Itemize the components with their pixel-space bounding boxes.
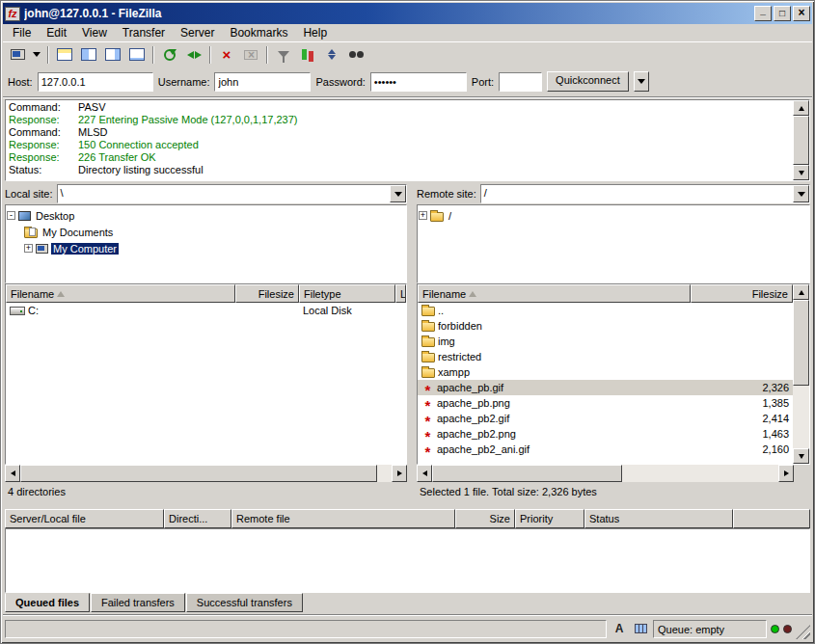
remote-vertical-scrollbar[interactable] xyxy=(793,284,809,464)
toggle-queue-button[interactable] xyxy=(125,44,149,66)
column-header-server-local-file[interactable]: Server/Local file xyxy=(5,509,164,528)
scrollbar-thumb[interactable] xyxy=(793,300,809,386)
column-header-filetype[interactable]: Filetype xyxy=(299,284,395,303)
log-scrollbar[interactable] xyxy=(793,100,809,180)
scrollbar-thumb[interactable] xyxy=(20,465,377,482)
remote-horizontal-scrollbar[interactable] xyxy=(417,465,810,482)
column-header-direction[interactable]: Directi... xyxy=(164,509,231,528)
tab-failed-transfers[interactable]: Failed transfers xyxy=(91,593,185,612)
tree-item-desktop[interactable]: - Desktop xyxy=(7,207,405,224)
scroll-down-button[interactable] xyxy=(793,165,809,180)
scroll-right-button[interactable] xyxy=(778,465,794,482)
folder-icon xyxy=(421,353,435,362)
close-button[interactable] xyxy=(793,6,810,21)
column-header-filename[interactable]: Filename xyxy=(6,284,235,303)
site-manager-dropdown-button[interactable] xyxy=(30,44,43,66)
column-header-size[interactable]: Size xyxy=(455,509,515,528)
remote-site-value[interactable]: / xyxy=(481,185,793,202)
remote-file-row-selected[interactable]: apache_pb.gif 2,326 xyxy=(418,380,793,395)
tree-item-my-computer[interactable]: + My Computer xyxy=(7,240,405,256)
menu-edit[interactable]: Edit xyxy=(39,24,74,41)
remote-file-row[interactable]: forbidden xyxy=(418,318,793,334)
tab-queued-files[interactable]: Queued files xyxy=(5,593,90,612)
scroll-left-button[interactable] xyxy=(5,465,20,482)
menu-view[interactable]: View xyxy=(74,24,115,41)
remote-file-row[interactable]: img xyxy=(418,334,793,349)
scrollbar-track[interactable] xyxy=(432,465,778,482)
quickconnect-dropdown-button[interactable] xyxy=(634,71,649,92)
tree-item-root[interactable]: + / xyxy=(419,207,808,224)
maximize-button[interactable] xyxy=(774,6,791,21)
column-header-filesize[interactable]: Filesize xyxy=(691,284,793,303)
remote-file-row[interactable]: .. xyxy=(418,303,793,318)
scroll-right-button[interactable] xyxy=(392,465,407,482)
tree-item-my-documents[interactable]: My Documents xyxy=(7,224,405,240)
socket-activity-indicator xyxy=(632,620,649,637)
menu-file[interactable]: File xyxy=(5,24,39,41)
username-input[interactable] xyxy=(214,72,311,92)
local-site-dropdown-button[interactable] xyxy=(390,185,406,202)
host-input[interactable] xyxy=(38,72,153,92)
password-input[interactable] xyxy=(370,72,467,92)
minimize-button[interactable] xyxy=(754,6,772,21)
local-site-combo[interactable]: \ xyxy=(57,184,407,203)
filter-button[interactable] xyxy=(272,44,295,66)
local-file-row[interactable]: C: Local Disk xyxy=(6,303,406,318)
find-files-button[interactable] xyxy=(344,44,367,66)
remote-file-row[interactable]: restricted xyxy=(418,349,793,364)
column-header-filename[interactable]: Filename xyxy=(418,284,691,303)
menu-bookmarks[interactable]: Bookmarks xyxy=(222,24,295,41)
local-site-value[interactable]: \ xyxy=(58,185,390,202)
column-header-remote-file[interactable]: Remote file xyxy=(231,509,455,528)
file-name: C: xyxy=(28,305,39,316)
expand-icon[interactable]: + xyxy=(24,244,33,253)
synchronized-browsing-button[interactable] xyxy=(320,44,343,66)
file-name: xampp xyxy=(438,366,470,378)
queue-tabs: Queued files Failed transfers Successful… xyxy=(3,593,812,614)
tab-successful-transfers[interactable]: Successful transfers xyxy=(186,593,303,612)
scrollbar-thumb[interactable] xyxy=(793,116,809,165)
menu-server[interactable]: Server xyxy=(173,24,222,41)
transfer-mode-indicator[interactable]: A xyxy=(611,620,628,637)
remote-site-combo[interactable]: / xyxy=(480,184,810,203)
scrollbar-track[interactable] xyxy=(793,116,809,165)
column-header-filesize[interactable]: Filesize xyxy=(235,284,299,303)
column-header-last-modified[interactable]: L xyxy=(395,284,406,303)
expand-icon[interactable]: + xyxy=(419,211,427,220)
toggle-local-tree-button[interactable] xyxy=(77,44,100,66)
remote-file-row[interactable]: apache_pb2.png 1,463 xyxy=(418,426,793,442)
site-manager-button[interactable] xyxy=(6,44,29,66)
local-horizontal-scrollbar[interactable] xyxy=(5,465,407,482)
column-header-priority[interactable]: Priority xyxy=(515,509,584,528)
resize-grip[interactable] xyxy=(796,625,810,639)
quickconnect-button[interactable]: Quickconnect xyxy=(547,71,629,92)
scrollbar-track[interactable] xyxy=(793,300,809,448)
cancel-button[interactable] xyxy=(215,44,238,66)
toggle-message-log-button[interactable] xyxy=(53,44,76,66)
remote-site-dropdown-button[interactable] xyxy=(793,185,809,202)
remote-file-row[interactable]: apache_pb.png 1,385 xyxy=(418,395,793,411)
remote-file-row[interactable]: apache_pb2.gif 2,414 xyxy=(418,411,793,426)
menu-transfer[interactable]: Transfer xyxy=(115,24,173,41)
scrollbar-thumb[interactable] xyxy=(432,465,622,482)
disconnect-button[interactable] xyxy=(239,44,262,66)
remote-file-row[interactable]: apache_pb2_ani.gif 2,160 xyxy=(418,442,793,457)
toggle-remote-tree-button[interactable] xyxy=(101,44,124,66)
scroll-up-button[interactable] xyxy=(793,284,809,300)
port-input[interactable] xyxy=(499,72,542,92)
remote-file-row[interactable]: xampp xyxy=(418,364,793,380)
chevron-down-icon xyxy=(798,192,805,197)
scroll-left-button[interactable] xyxy=(417,465,432,482)
process-queue-button[interactable] xyxy=(182,44,205,66)
ascii-mode-icon: A xyxy=(615,622,624,635)
scroll-down-button[interactable] xyxy=(793,448,809,464)
collapse-icon[interactable]: - xyxy=(7,211,15,220)
column-header-status[interactable]: Status xyxy=(584,509,733,528)
queue-list[interactable] xyxy=(5,528,810,593)
menu-help[interactable]: Help xyxy=(295,24,335,41)
scroll-up-button[interactable] xyxy=(793,100,809,116)
titlebar[interactable]: john@127.0.0.1 - FileZilla xyxy=(3,3,812,24)
scrollbar-track[interactable] xyxy=(20,465,392,482)
directory-comparison-button[interactable] xyxy=(296,44,319,66)
refresh-button[interactable] xyxy=(158,44,181,66)
